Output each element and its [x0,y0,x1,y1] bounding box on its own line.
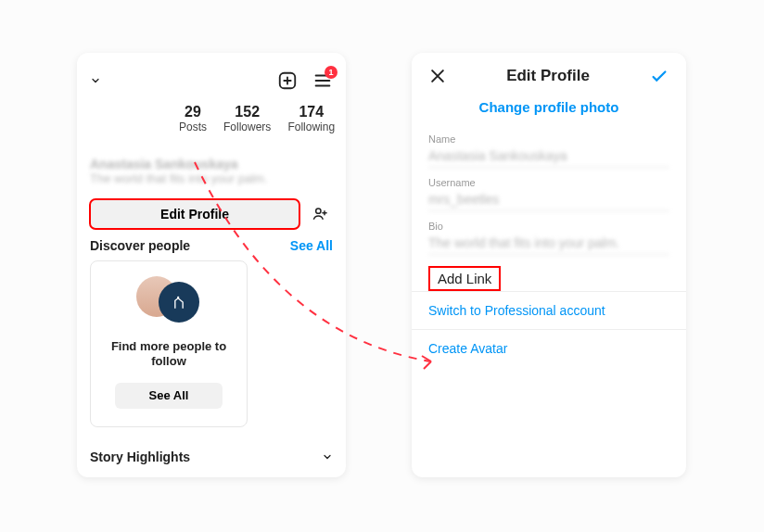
page-title: Edit Profile [506,67,590,85]
stat-count: 152 [223,104,271,120]
discover-see-all-link[interactable]: See All [290,238,333,253]
edit-profile-screen: Edit Profile Change profile photo Name A… [412,53,686,477]
field-value: The world that fits into your palm. [428,232,669,255]
close-icon[interactable] [428,67,447,85]
discover-title: Discover people [90,238,190,253]
profile-display-name: Anastasia Sankouskaya [90,157,333,171]
stat-posts[interactable]: 29 Posts [179,104,207,133]
add-person-icon[interactable] [307,201,333,227]
create-avatar-option[interactable]: Create Avatar [412,329,686,367]
stat-label: Posts [179,120,207,133]
field-username[interactable]: Username mrs_beetles [412,170,686,213]
notification-badge: 1 [325,66,337,79]
discover-card: Find more people to follow See All [90,260,248,427]
svg-point-1 [316,209,321,213]
add-link-button[interactable]: Add Link [428,266,501,291]
stat-label: Followers [223,120,271,133]
change-profile-photo-link[interactable]: Change profile photo [412,99,686,115]
stat-label: Following [287,120,335,133]
profile-stats: 29 Posts 152 Followers 174 Following [179,104,335,133]
profile-bio: The world that fits into your palm. [90,171,333,185]
story-highlights-label: Story Highlights [90,450,190,464]
chevron-down-icon [322,451,333,462]
field-label: Username [428,177,669,188]
discover-card-see-all-button[interactable]: See All [115,383,222,409]
story-highlights-row[interactable]: Story Highlights [90,450,333,464]
discover-card-avatars [136,276,201,323]
profile-screen: 1 29 Posts 152 Followers 174 Following A… [77,53,346,477]
field-value: Anastasia Sankouskaya [428,145,669,168]
discover-card-text: Find more people to follow [102,339,236,370]
confirm-check-icon[interactable] [649,66,669,86]
switch-professional-option[interactable]: Switch to Professional account [412,291,686,329]
stat-count: 29 [179,104,207,120]
field-label: Bio [428,221,669,232]
edit-profile-button[interactable]: Edit Profile [90,199,299,229]
menu-icon[interactable]: 1 [312,70,333,91]
account-switcher[interactable] [90,75,101,86]
create-post-icon[interactable] [277,70,298,91]
field-name[interactable]: Name Anastasia Sankouskaya [412,126,686,170]
field-value: mrs_beetles [428,188,669,211]
stat-count: 174 [287,104,335,120]
field-label: Name [428,133,669,145]
stat-followers[interactable]: 152 Followers [223,104,271,133]
stat-following[interactable]: 174 Following [287,104,335,133]
field-bio[interactable]: Bio The world that fits into your palm. [412,213,686,257]
svg-point-2 [177,297,179,298]
chevron-down-icon [90,75,101,86]
